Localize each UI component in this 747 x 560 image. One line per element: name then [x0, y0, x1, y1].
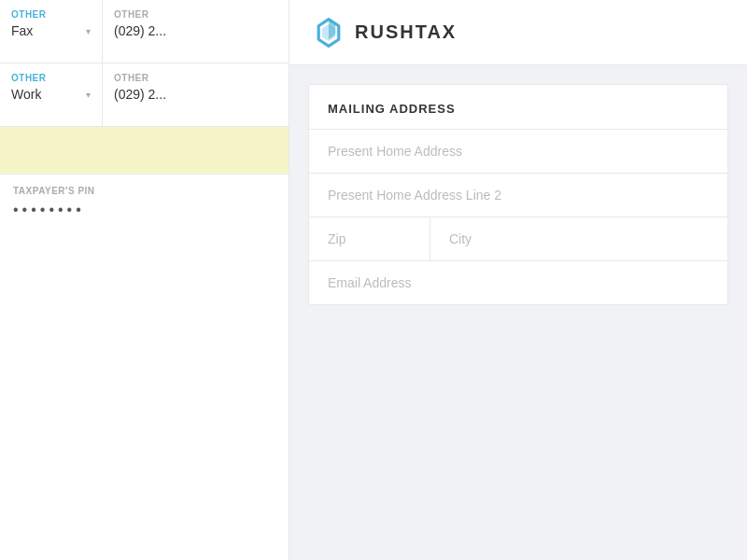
mailing-address-card: MAILING ADDRESS: [308, 84, 728, 305]
phone-number-value-1: (029) 2...: [114, 23, 277, 38]
zip-city-row: [309, 217, 727, 260]
phone-row-2: OTHER Work Fax Mobile Home ▾ OTHER (029)…: [0, 63, 289, 127]
address-line1-input[interactable]: [328, 144, 709, 159]
phone-type-cell-1: OTHER Fax Mobile Work Home ▾: [0, 0, 103, 63]
header: RUSHTAX: [289, 0, 747, 65]
phone-row-1: OTHER Fax Mobile Work Home ▾ OTHER (029)…: [0, 0, 289, 63]
address-line2-field[interactable]: [309, 173, 727, 217]
phone-select-wrapper-2[interactable]: Work Fax Mobile Home ▾: [11, 87, 91, 102]
phone-type-label-2: OTHER: [11, 73, 91, 83]
phone-number-cell-2: OTHER (029) 2...: [103, 63, 289, 126]
footer-area: [289, 324, 747, 380]
phone-number-label-2: OTHER: [114, 73, 277, 83]
address-line2-input[interactable]: [328, 188, 709, 203]
phone-type-select-1[interactable]: Fax Mobile Work Home: [11, 23, 65, 38]
city-field[interactable]: [430, 217, 727, 260]
logo-icon: [312, 16, 345, 49]
left-panel: OTHER Fax Mobile Work Home ▾ OTHER (029)…: [0, 0, 289, 560]
phone-type-label-1: OTHER: [11, 9, 91, 20]
phone-type-select-2[interactable]: Work Fax Mobile Home: [11, 87, 65, 102]
pin-dots: ••••••••: [13, 202, 275, 218]
phone-number-label-1: OTHER: [114, 9, 277, 20]
right-panel: RUSHTAX MAILING ADDRESS: [289, 0, 747, 560]
select-arrow-icon-1: ▾: [86, 26, 91, 36]
address-line1-field[interactable]: [309, 129, 727, 173]
pin-section: TAXPAYER'S PIN ••••••••: [0, 174, 289, 230]
pin-label: TAXPAYER'S PIN: [13, 186, 275, 196]
mailing-address-title: MAILING ADDRESS: [309, 85, 727, 129]
email-field[interactable]: [309, 260, 727, 304]
highlight-row: [0, 127, 289, 174]
zip-input[interactable]: [328, 231, 411, 246]
select-arrow-icon-2: ▾: [86, 90, 91, 100]
zip-field[interactable]: [309, 217, 430, 260]
phone-number-cell-1: OTHER (029) 2...: [103, 0, 289, 63]
logo-text: RUSHTAX: [355, 21, 457, 43]
phone-type-cell-2: OTHER Work Fax Mobile Home ▾: [0, 63, 103, 126]
phone-number-value-2: (029) 2...: [114, 87, 277, 102]
email-input[interactable]: [328, 275, 709, 290]
phone-select-wrapper-1[interactable]: Fax Mobile Work Home ▾: [11, 23, 91, 38]
main-content: MAILING ADDRESS: [289, 65, 747, 324]
city-input[interactable]: [449, 231, 709, 246]
